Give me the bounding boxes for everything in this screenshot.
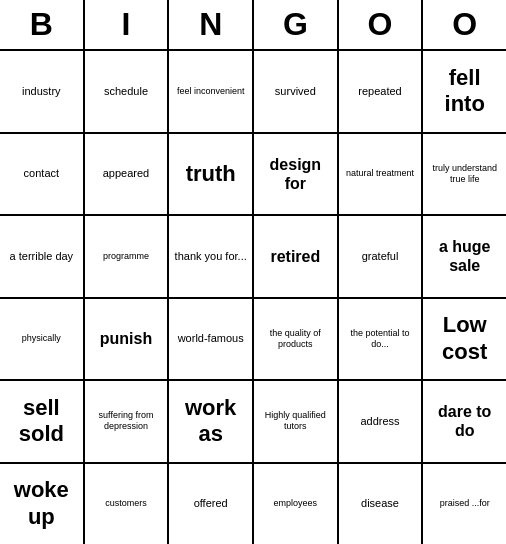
cell-1-3: design for xyxy=(254,134,339,215)
cell-1-0: contact xyxy=(0,134,85,215)
bingo-row-0: industryschedulefeel inconvenientsurvive… xyxy=(0,51,506,134)
cell-0-4: repeated xyxy=(339,51,424,132)
cell-5-0: woke up xyxy=(0,464,85,545)
cell-4-0: sell sold xyxy=(0,381,85,462)
bingo-header: BINGOO xyxy=(0,0,506,51)
cell-3-0: physically xyxy=(0,299,85,380)
cell-1-4: natural treatment xyxy=(339,134,424,215)
bingo-row-3: physicallypunishworld-famousthe quality … xyxy=(0,299,506,382)
bingo-row-5: woke upcustomersofferedemployeesdiseasep… xyxy=(0,464,506,545)
cell-1-1: appeared xyxy=(85,134,170,215)
bingo-row-1: contactappearedtruthdesign fornatural tr… xyxy=(0,134,506,217)
cell-5-2: offered xyxy=(169,464,254,545)
bingo-row-4: sell soldsuffering from depressionwork a… xyxy=(0,381,506,464)
cell-0-3: survived xyxy=(254,51,339,132)
cell-3-2: world-famous xyxy=(169,299,254,380)
cell-3-3: the quality of products xyxy=(254,299,339,380)
cell-4-3: Highly qualified tutors xyxy=(254,381,339,462)
cell-4-5: dare to do xyxy=(423,381,506,462)
cell-2-5: a huge sale xyxy=(423,216,506,297)
cell-5-1: customers xyxy=(85,464,170,545)
cell-3-5: Low cost xyxy=(423,299,506,380)
cell-2-4: grateful xyxy=(339,216,424,297)
cell-5-4: disease xyxy=(339,464,424,545)
cell-0-2: feel inconvenient xyxy=(169,51,254,132)
cell-3-1: punish xyxy=(85,299,170,380)
cell-1-2: truth xyxy=(169,134,254,215)
bingo-row-2: a terrible dayprogrammethank you for...r… xyxy=(0,216,506,299)
cell-1-5: truly understand true life xyxy=(423,134,506,215)
cell-2-2: thank you for... xyxy=(169,216,254,297)
cell-5-3: employees xyxy=(254,464,339,545)
cell-2-3: retired xyxy=(254,216,339,297)
header-letter-B: B xyxy=(0,0,85,49)
cell-0-1: schedule xyxy=(85,51,170,132)
cell-4-2: work as xyxy=(169,381,254,462)
bingo-grid: industryschedulefeel inconvenientsurvive… xyxy=(0,51,506,544)
header-letter-I: I xyxy=(85,0,170,49)
cell-2-0: a terrible day xyxy=(0,216,85,297)
header-letter-O: O xyxy=(339,0,424,49)
cell-4-1: suffering from depression xyxy=(85,381,170,462)
cell-2-1: programme xyxy=(85,216,170,297)
header-letter-G: G xyxy=(254,0,339,49)
cell-0-0: industry xyxy=(0,51,85,132)
cell-0-5: fell into xyxy=(423,51,506,132)
header-letter-O: O xyxy=(423,0,506,49)
cell-5-5: praised ...for xyxy=(423,464,506,545)
cell-3-4: the potential to do... xyxy=(339,299,424,380)
cell-4-4: address xyxy=(339,381,424,462)
header-letter-N: N xyxy=(169,0,254,49)
